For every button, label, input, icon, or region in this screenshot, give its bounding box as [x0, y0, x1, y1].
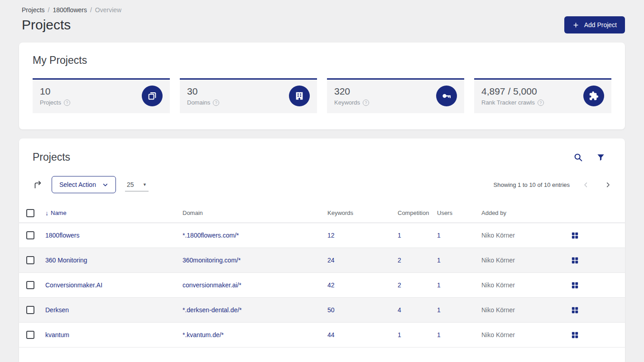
users-value[interactable]: 1 [437, 331, 481, 338]
project-domain-link[interactable]: conversionmaker.ai/* [183, 281, 327, 289]
row-checkbox[interactable] [26, 231, 34, 239]
project-name-link[interactable]: kvantum [45, 331, 183, 338]
column-header-added-by[interactable]: Added by [481, 210, 572, 216]
competition-value[interactable]: 1 [398, 331, 437, 338]
table-row: 360 Monitoring 360monitoring.com/* 24 2 … [19, 248, 625, 273]
users-value[interactable]: 1 [437, 306, 481, 314]
page: Projects / 1800flowers / Overview Projec… [0, 0, 644, 362]
added-by-value: Niko Körner [481, 257, 572, 264]
select-all-checkbox[interactable] [26, 209, 34, 217]
column-header-users[interactable]: Users [437, 210, 481, 216]
my-projects-card: My Projects 10 Projects ? 30 [19, 43, 625, 129]
actions-cell [572, 232, 618, 239]
column-header-keywords[interactable]: Keywords [327, 210, 398, 216]
stat-label-row: Projects ? [40, 99, 70, 106]
checkbox-cell [26, 256, 45, 264]
project-domain-link[interactable]: 360monitoring.com/* [183, 257, 327, 264]
project-domain-link[interactable]: *.derksen-dental.de/* [183, 306, 327, 314]
search-icon[interactable] [573, 152, 583, 162]
projects-table-card: Projects Select Action 25 [19, 138, 625, 362]
projects-panel-title: Projects [33, 151, 70, 163]
actions-cell [572, 332, 618, 338]
actions-cell [572, 282, 618, 289]
keywords-value[interactable]: 42 [327, 281, 398, 289]
domains-label: Domains [187, 99, 210, 106]
stat-text: 10 Projects ? [40, 86, 70, 106]
caret-down-icon: ▼ [143, 182, 147, 187]
breadcrumb-overview: Overview [95, 6, 121, 14]
row-checkbox[interactable] [26, 256, 34, 264]
added-by-value: Niko Körner [481, 232, 572, 239]
column-header-name[interactable]: ↓ Name [45, 210, 183, 217]
stat-text: 4,897 / 5,000 Rank Tracker crawls ? [481, 86, 544, 106]
column-header-domain[interactable]: Domain [183, 210, 327, 216]
projects-label: Projects [40, 99, 61, 106]
select-all-cell [26, 209, 45, 217]
dashboard-grid-icon[interactable] [572, 232, 578, 239]
competition-value[interactable]: 2 [398, 257, 437, 264]
crawls-count: 4,897 / 5,000 [481, 86, 544, 97]
select-action-dropdown[interactable]: Select Action [52, 176, 116, 193]
breadcrumb-projects[interactable]: Projects [22, 6, 45, 14]
sort-desc-icon: ↓ [45, 210, 48, 217]
table-row: Conversionmaker.AI conversionmaker.ai/* … [19, 273, 625, 298]
export-arrow-icon[interactable] [33, 180, 43, 190]
stat-tile-crawls: 4,897 / 5,000 Rank Tracker crawls ? [474, 78, 611, 113]
column-header-competition[interactable]: Competition [398, 210, 437, 216]
help-icon[interactable]: ? [64, 100, 70, 106]
project-name-link[interactable]: Derksen [45, 306, 183, 314]
keywords-value[interactable]: 12 [327, 232, 398, 239]
filter-icon[interactable] [596, 153, 605, 162]
dashboard-grid-icon[interactable] [572, 332, 578, 338]
project-domain-link[interactable]: *.kvantum.de/* [183, 331, 327, 338]
showing-entries-text: Showing 1 to 10 of 10 entries [494, 181, 570, 188]
users-value[interactable]: 1 [437, 281, 481, 289]
stat-tile-keywords: 320 Keywords ? [327, 78, 464, 113]
competition-value[interactable]: 4 [398, 306, 437, 314]
pager [582, 181, 611, 188]
keywords-label: Keywords [334, 99, 360, 106]
keywords-value[interactable]: 44 [327, 331, 398, 338]
chevron-left-icon[interactable] [582, 181, 589, 188]
page-size-select[interactable]: 25 ▼ [125, 178, 149, 191]
panel-header-icons [573, 152, 605, 162]
breadcrumb: Projects / 1800flowers / Overview [19, 6, 625, 14]
users-value[interactable]: 1 [437, 232, 481, 239]
row-checkbox[interactable] [26, 331, 34, 339]
row-checkbox[interactable] [26, 281, 34, 289]
competition-value[interactable]: 1 [398, 232, 437, 239]
help-icon[interactable]: ? [213, 100, 219, 106]
dashboard-grid-icon[interactable] [572, 307, 578, 314]
breadcrumb-1800flowers[interactable]: 1800flowers [53, 6, 87, 14]
help-icon[interactable]: ? [363, 100, 369, 106]
added-by-value: Niko Körner [481, 306, 572, 314]
my-projects-title: My Projects [33, 54, 611, 67]
table-toolbar: Select Action 25 ▼ Showing 1 to 10 of 10… [19, 163, 625, 203]
keywords-value[interactable]: 24 [327, 257, 398, 264]
project-name-link[interactable]: Conversionmaker.AI [45, 281, 183, 289]
keywords-value[interactable]: 50 [327, 306, 398, 314]
dashboard-grid-icon[interactable] [572, 257, 578, 264]
pagination-area: Showing 1 to 10 of 10 entries [494, 181, 611, 188]
add-project-label: Add Project [584, 21, 617, 29]
chevron-right-icon[interactable] [605, 181, 611, 188]
project-name-link[interactable]: 360 Monitoring [45, 257, 183, 264]
crawls-label: Rank Tracker crawls [481, 99, 535, 106]
page-header: Projects Add Project [19, 16, 625, 33]
project-domain-link[interactable]: *.1800flowers.com/* [183, 232, 327, 239]
table-row: 1800flowers *.1800flowers.com/* 12 1 1 N… [19, 223, 625, 248]
users-value[interactable]: 1 [437, 257, 481, 264]
add-project-button[interactable]: Add Project [564, 16, 625, 33]
project-name-link[interactable]: 1800flowers [45, 232, 183, 239]
chevron-down-icon [102, 182, 108, 188]
actions-cell [572, 257, 618, 264]
page-title: Projects [22, 17, 71, 33]
puzzle-icon [583, 86, 604, 106]
row-checkbox[interactable] [26, 306, 34, 314]
stat-label-row: Keywords ? [334, 99, 369, 106]
help-icon[interactable]: ? [538, 100, 544, 106]
competition-value[interactable]: 2 [398, 281, 437, 289]
dashboard-grid-icon[interactable] [572, 282, 578, 289]
projects-copy-icon [142, 86, 163, 106]
stat-tile-projects: 10 Projects ? [33, 78, 170, 113]
